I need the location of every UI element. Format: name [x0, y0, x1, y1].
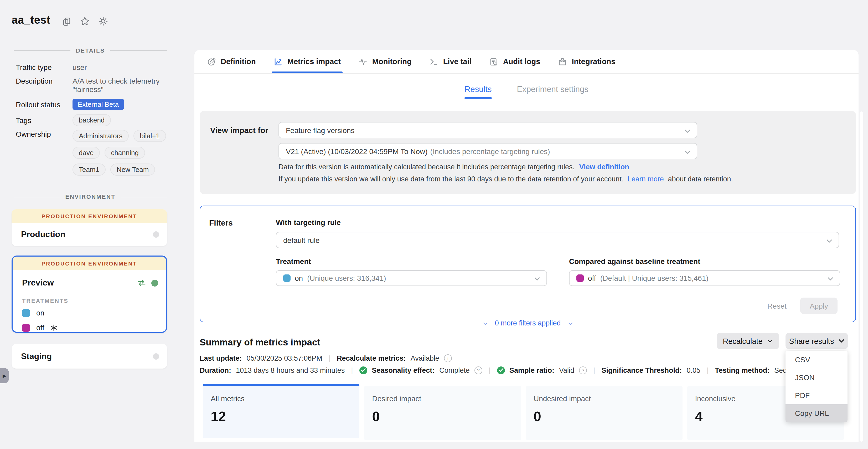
gear-icon[interactable]	[98, 16, 108, 26]
more-filters-toggle[interactable]: 0 more filters applied	[476, 319, 579, 327]
version-note-line-2: If you update this version we will only …	[278, 175, 733, 183]
tab-label: Integrations	[572, 57, 615, 66]
chevron-down-icon	[827, 236, 832, 244]
audit-logs-icon	[490, 57, 498, 66]
owner-chip[interactable]: New Team	[110, 163, 155, 176]
version-note-line-1: Data for this version is automatically c…	[278, 163, 629, 171]
baseline-treatment-select[interactable]: off (Default | Unique users: 315,461)	[569, 270, 840, 286]
tab-monitoring[interactable]: Monitoring	[359, 50, 412, 73]
share-menu-item-copy-url[interactable]: Copy URL	[785, 404, 847, 422]
environment-status-dot	[151, 279, 158, 286]
treatment-select[interactable]: on (Unique users: 316,341)	[276, 270, 547, 286]
treatment-row-off: off	[22, 323, 166, 332]
copy-icon[interactable]	[62, 17, 71, 26]
active-subtab-underline	[464, 97, 492, 99]
treatment-off-swatch	[577, 274, 584, 282]
tab-definition[interactable]: Definition	[207, 50, 256, 73]
tags-label: Tags	[16, 116, 72, 124]
rollout-status-label: Rollout status	[16, 100, 72, 109]
recalculate-button[interactable]: Recalculate	[717, 333, 779, 349]
metric-card-all-metrics[interactable]: All metrics 12	[203, 384, 360, 438]
traffic-type-label: Traffic type	[16, 63, 72, 71]
rollout-status-badge: External Beta	[72, 99, 124, 110]
share-menu-item-pdf[interactable]: PDF	[785, 386, 847, 404]
default-treatment-asterisk-icon	[51, 324, 58, 331]
treatment-name: on	[36, 309, 44, 317]
page: aa_test DETAILS Traffic type user Descri…	[0, 0, 868, 449]
definition-icon	[207, 57, 216, 66]
active-tab-underline	[272, 71, 343, 73]
chevron-down-icon	[828, 274, 833, 282]
metric-card-undesired-impact[interactable]: Undesired impact 0	[526, 386, 683, 440]
sample-ratio-label: Sample ratio:	[509, 366, 554, 374]
page-title: aa_test	[11, 14, 51, 26]
sample-ratio-value: Valid	[559, 366, 574, 374]
production-environment-banner: PRODUCTION ENVIRONMENT	[12, 257, 166, 270]
tab-bar: Definition Metrics impact Monitoring L	[194, 50, 859, 73]
environment-card-production[interactable]: PRODUCTION ENVIRONMENT Production	[11, 209, 167, 246]
owner-chip[interactable]: dave	[72, 147, 100, 159]
summary-heading: Summary of metrics impact	[200, 337, 320, 348]
last-update-label: Last update:	[200, 354, 242, 362]
seasonality-label: Seasonality effect:	[372, 366, 435, 374]
version-select[interactable]: V21 (Active) (10/03/2022 04:59PM To Now)…	[278, 143, 697, 159]
caret-right-icon: ▶	[3, 373, 6, 378]
vertical-scrollbar[interactable]	[860, 112, 863, 442]
view-definition-link[interactable]: View definition	[579, 163, 629, 171]
apply-button[interactable]: Apply	[800, 298, 838, 314]
reset-button[interactable]: Reset	[767, 301, 786, 310]
info-icon[interactable]: i	[444, 354, 452, 362]
treatment-label: Treatment	[276, 257, 311, 266]
owner-chip[interactable]: Team1	[72, 163, 105, 176]
duration-label: Duration:	[200, 366, 231, 374]
swap-arrows-icon	[137, 279, 146, 287]
learn-more-link[interactable]: Learn more	[628, 175, 664, 183]
help-icon[interactable]: ?	[474, 366, 482, 374]
impact-type-select[interactable]: Feature flag versions	[278, 122, 697, 138]
tab-audit-logs[interactable]: Audit logs	[490, 50, 540, 73]
treatments-heading: TREATMENTS	[22, 298, 166, 304]
treatment-on-swatch	[283, 274, 290, 282]
summary-meta-line-2: Duration: 1013 days 8 hours and 33 minut…	[200, 366, 808, 375]
owner-chip[interactable]: Administrators	[72, 130, 129, 142]
tab-label: Audit logs	[503, 57, 540, 66]
traffic-type-value: user	[72, 63, 87, 71]
environment-status-dot	[153, 231, 159, 238]
environment-card-staging[interactable]: Staging	[11, 344, 167, 368]
tab-metrics-impact[interactable]: Metrics impact	[274, 50, 341, 73]
tab-label: Monitoring	[372, 57, 412, 66]
significance-threshold-value: 0.05	[686, 366, 701, 374]
description-label: Description	[16, 77, 72, 94]
environment-status-dot	[153, 353, 159, 359]
tab-live-tail[interactable]: Live tail	[430, 50, 471, 73]
sidebar-expand-handle[interactable]: ▶	[0, 368, 9, 383]
metrics-impact-icon	[274, 57, 283, 66]
check-circle-icon	[497, 366, 505, 374]
tab-label: Live tail	[443, 57, 471, 66]
production-environment-banner: PRODUCTION ENVIRONMENT	[11, 209, 167, 223]
environment-heading: ENVIRONMENT	[65, 193, 115, 200]
metric-card-desired-impact[interactable]: Desired impact 0	[364, 386, 521, 440]
environment-card-preview[interactable]: PRODUCTION ENVIRONMENT Preview TREATMENT…	[11, 256, 167, 333]
live-tail-icon	[430, 57, 438, 66]
star-icon[interactable]	[80, 16, 90, 26]
share-menu-item-csv[interactable]: CSV	[785, 351, 847, 368]
details-divider: DETAILS	[14, 47, 167, 54]
tab-integrations[interactable]: Integrations	[558, 50, 615, 73]
metric-summary-cards: All metrics 12 Desired impact 0 Undesire…	[203, 384, 844, 440]
environment-name: Staging	[21, 352, 52, 361]
filters-heading: Filters	[209, 218, 233, 227]
share-menu-item-json[interactable]: JSON	[785, 368, 847, 386]
description-value: A/A test to check telemetry "fairness"	[72, 77, 168, 94]
subtab-results[interactable]: Results	[464, 85, 492, 99]
targeting-rule-select[interactable]: default rule	[276, 232, 839, 248]
subtab-experiment-settings[interactable]: Experiment settings	[517, 85, 588, 99]
owner-chip[interactable]: bilal+1	[133, 130, 166, 142]
results-subtabs: Results Experiment settings	[194, 85, 859, 99]
owner-chip[interactable]: channing	[104, 147, 145, 159]
help-icon[interactable]: ?	[579, 366, 587, 374]
tag-chip[interactable]: backend	[72, 114, 111, 126]
summary-meta-line-1: Last update: 05/30/2025 03:57:06PM | Rec…	[200, 354, 452, 362]
share-results-button[interactable]: Share results	[785, 333, 848, 349]
chevron-down-icon	[534, 274, 540, 282]
